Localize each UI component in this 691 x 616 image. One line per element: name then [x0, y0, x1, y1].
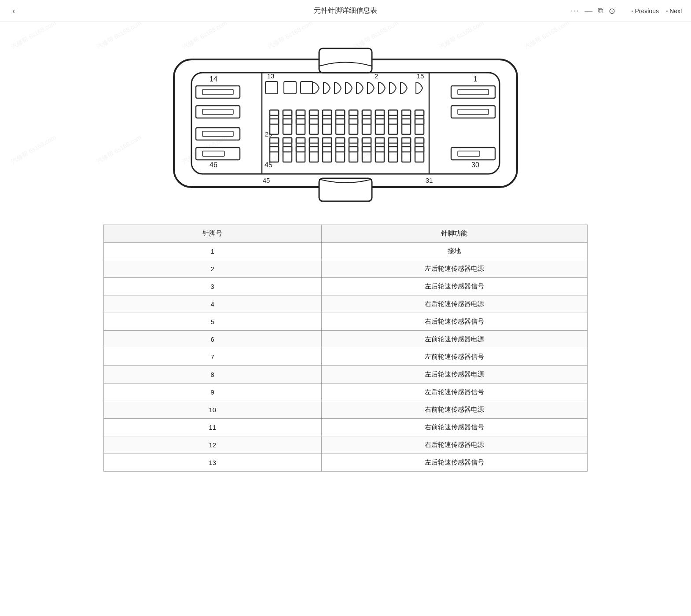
pin-function: 左后轮速传感器电源 [321, 260, 587, 278]
svg-rect-40 [296, 119, 305, 124]
svg-rect-87 [349, 138, 358, 143]
pin-function: 右后轮速传感器信号 [321, 313, 587, 331]
svg-rect-57 [375, 110, 384, 115]
svg-rect-51 [349, 110, 358, 115]
more-icon[interactable]: ··· [570, 6, 579, 15]
table-row: 7左前轮速传感器信号 [104, 348, 588, 366]
pin-function: 左前轮速传感器电源 [321, 331, 587, 348]
svg-rect-49 [336, 119, 345, 124]
table-row: 5右后轮速传感器信号 [104, 313, 588, 331]
pin-number: 13 [104, 454, 322, 472]
svg-rect-73 [283, 147, 292, 152]
close-icon[interactable]: ⊙ [609, 6, 615, 16]
connector-diagram: 14 46 1 30 13 29 45 2 15 [13, 40, 678, 207]
svg-text:31: 31 [426, 177, 433, 184]
svg-rect-90 [362, 138, 371, 143]
maximize-icon[interactable]: ⧉ [598, 6, 603, 15]
svg-rect-99 [402, 138, 411, 143]
svg-rect-19 [458, 109, 489, 114]
pin-number: 11 [104, 419, 322, 436]
pin-function: 左后轮速传感器信号 [321, 384, 587, 401]
svg-rect-34 [270, 119, 279, 124]
svg-rect-24 [265, 81, 278, 94]
svg-rect-54 [362, 110, 371, 115]
top-bar-right: ··· — ⧉ ⊙ ▪ Previous ▪ Next [570, 6, 682, 16]
svg-rect-91 [362, 147, 371, 152]
page-title: 元件针脚详细信息表 [314, 6, 377, 15]
table-row: 1接地 [104, 243, 588, 260]
svg-rect-78 [309, 138, 318, 143]
table-row: 6左前轮速传感器电源 [104, 331, 588, 348]
svg-rect-48 [336, 110, 345, 115]
back-button[interactable]: ‹ [9, 4, 19, 18]
pin-number: 10 [104, 401, 322, 419]
svg-rect-82 [323, 147, 331, 152]
svg-rect-11 [202, 131, 233, 136]
pin-function: 右后轮速传感器电源 [321, 295, 587, 313]
svg-rect-63 [402, 110, 411, 115]
svg-text:15: 15 [417, 72, 424, 80]
pin-function: 左后轮速传感器电源 [321, 366, 587, 384]
pin-number: 4 [104, 295, 322, 313]
svg-rect-69 [270, 138, 279, 143]
svg-rect-96 [389, 138, 397, 143]
table-row: 4右后轮速传感器电源 [104, 295, 588, 313]
svg-rect-13 [202, 151, 224, 156]
svg-rect-102 [415, 138, 424, 143]
svg-text:30: 30 [471, 161, 479, 169]
svg-text:14: 14 [210, 75, 217, 83]
svg-rect-3 [319, 178, 372, 201]
table-row: 2左后轮速传感器电源 [104, 260, 588, 278]
content-area: 汽修帮 6s168.com 汽修帮 6s168.com 汽修帮 6s168.co… [0, 22, 691, 480]
svg-rect-27 [301, 81, 313, 94]
next-button[interactable]: ▪ Next [666, 7, 682, 15]
minimize-icon[interactable]: — [584, 6, 592, 15]
pin-function: 接地 [321, 243, 587, 260]
previous-icon: ▪ [631, 8, 633, 14]
pin-function: 左后轮速传感器信号 [321, 454, 587, 472]
svg-rect-97 [389, 147, 397, 152]
connector-svg: 14 46 1 30 13 29 45 2 15 [147, 40, 544, 207]
svg-rect-100 [402, 147, 411, 152]
svg-rect-76 [296, 147, 305, 152]
svg-rect-36 [283, 110, 292, 115]
svg-rect-26 [284, 81, 296, 94]
pin-number: 5 [104, 313, 322, 331]
svg-rect-66 [415, 110, 424, 115]
svg-text:13: 13 [267, 72, 275, 80]
pin-function: 左后轮速传感器信号 [321, 278, 587, 295]
table-row: 12右后轮速传感器电源 [104, 436, 588, 454]
table-row: 10右前轮速传感器电源 [104, 401, 588, 419]
svg-rect-88 [349, 147, 358, 152]
previous-button[interactable]: ▪ Previous [631, 7, 659, 15]
svg-rect-9 [202, 109, 233, 114]
pin-function: 右前轮速传感器电源 [321, 401, 587, 419]
svg-rect-94 [375, 147, 384, 152]
svg-text:1: 1 [474, 75, 478, 83]
svg-rect-70 [270, 147, 279, 152]
svg-rect-60 [389, 110, 397, 115]
svg-rect-93 [375, 138, 384, 143]
svg-rect-52 [349, 119, 358, 124]
svg-rect-64 [402, 119, 411, 124]
table-row: 3左后轮速传感器信号 [104, 278, 588, 295]
pin-number: 6 [104, 331, 322, 348]
pin-function: 右后轮速传感器电源 [321, 436, 587, 454]
table-row: 13左后轮速传感器信号 [104, 454, 588, 472]
window-controls: ··· — ⧉ ⊙ [570, 6, 615, 16]
svg-rect-58 [375, 119, 384, 124]
svg-text:46: 46 [210, 161, 217, 169]
svg-rect-75 [296, 138, 305, 143]
svg-rect-43 [309, 119, 318, 124]
pin-number: 3 [104, 278, 322, 295]
pin-function: 左前轮速传感器信号 [321, 348, 587, 366]
pin-number: 2 [104, 260, 322, 278]
svg-text:2: 2 [375, 72, 378, 80]
svg-rect-37 [283, 119, 292, 124]
svg-rect-67 [415, 119, 424, 124]
svg-rect-55 [362, 119, 371, 124]
svg-rect-2 [319, 48, 372, 73]
svg-text:45: 45 [263, 177, 270, 184]
next-icon: ▪ [666, 8, 668, 14]
top-bar-left: ‹ [9, 4, 19, 18]
